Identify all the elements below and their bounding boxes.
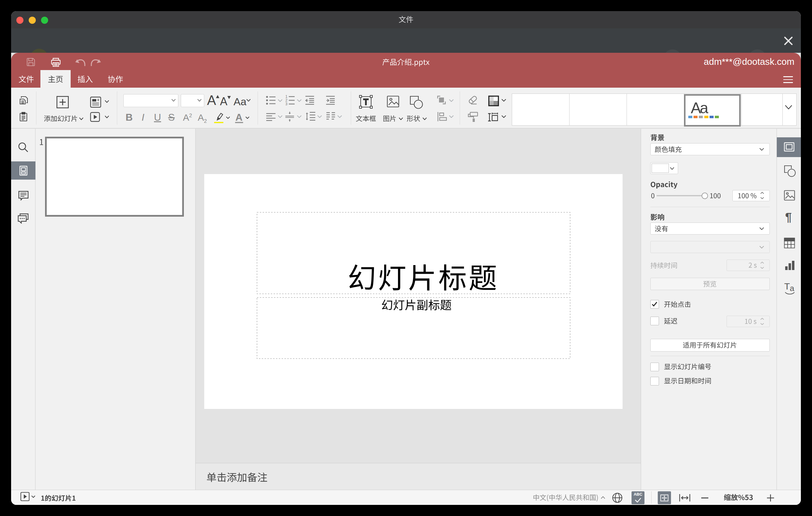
svg-text:3: 3 [285, 102, 288, 106]
